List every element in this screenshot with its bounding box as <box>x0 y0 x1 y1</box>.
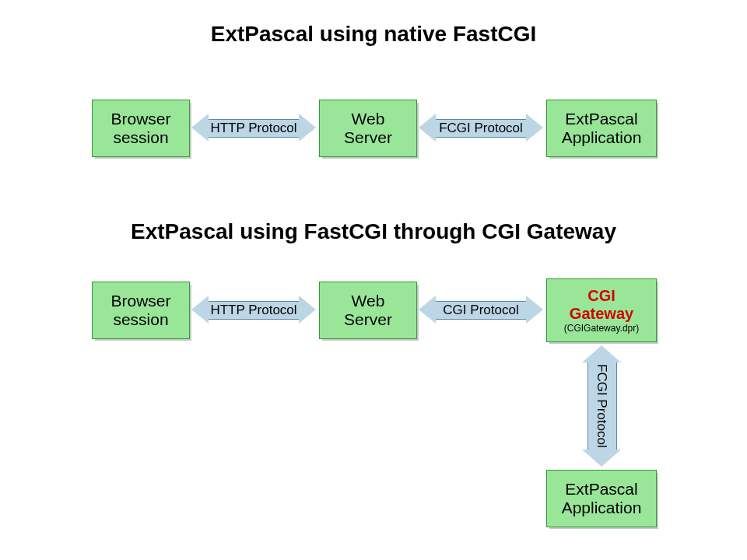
label: session <box>113 310 168 329</box>
arrow-label: HTTP Protocol <box>191 121 316 136</box>
box-web-server-2: Web Server <box>319 282 416 338</box>
arrow-label: FCGI Protocol <box>594 359 609 453</box>
label: Server <box>344 310 392 329</box>
label: ExtPascal <box>565 480 637 499</box>
label: CGI <box>587 287 615 305</box>
arrow-http-1: HTTP Protocol <box>191 114 316 142</box>
label: Gateway <box>570 305 633 323</box>
arrow-fcgi-1: FCGI Protocol <box>419 114 543 142</box>
label: Browser <box>110 292 170 310</box>
label: Application <box>562 499 642 517</box>
box-extpascal-app-1: ExtPascal Application <box>546 100 655 156</box>
box-cgi-gateway: CGI Gateway (CGIGateway.dpr) <box>546 278 655 341</box>
arrow-label: FCGI Protocol <box>419 121 543 136</box>
arrow-http-2: HTTP Protocol <box>191 296 316 324</box>
box-web-server-1: Web Server <box>319 100 416 156</box>
title-section-2: ExtPascal using FastCGI through CGI Gate… <box>0 219 747 244</box>
label: Browser <box>110 110 170 128</box>
label: Web <box>352 110 385 128</box>
sublabel: (CGIGateway.dpr) <box>564 323 639 334</box>
arrow-cgi-2: CGI Protocol <box>419 296 543 324</box>
box-browser-session-2: Browser session <box>92 282 188 338</box>
label: Server <box>344 128 392 147</box>
box-browser-session-1: Browser session <box>92 100 188 156</box>
title-section-1: ExtPascal using native FastCGI <box>0 22 747 47</box>
label: session <box>113 128 168 147</box>
arrow-fcgi-vertical: FCGI Protocol <box>582 345 621 467</box>
box-extpascal-app-2: ExtPascal Application <box>546 470 655 526</box>
label: ExtPascal <box>565 110 637 128</box>
label: Web <box>352 292 385 310</box>
label: Application <box>562 128 642 147</box>
arrow-label: CGI Protocol <box>419 303 543 318</box>
arrow-label: HTTP Protocol <box>191 303 316 318</box>
